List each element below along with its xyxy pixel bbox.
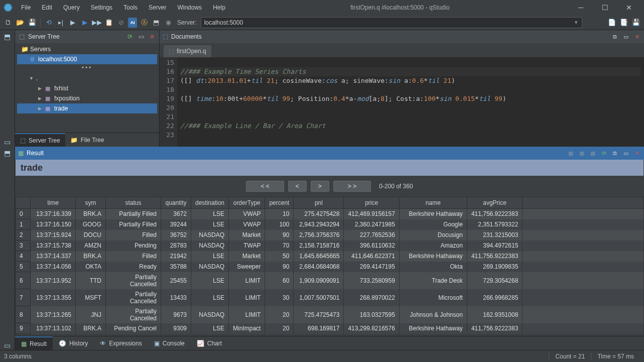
table-icon: ▦: [45, 95, 52, 102]
refresh-tree-icon[interactable]: ⟳: [126, 33, 134, 41]
table-row[interactable]: 613:37:13.952TTDPartially Cancelled25455…: [16, 272, 644, 289]
tree-root-servers[interactable]: 📁 Servers: [17, 44, 157, 54]
pager-last-button[interactable]: > >: [333, 181, 371, 192]
close-doc-icon[interactable]: ✕: [633, 33, 641, 41]
result-tool-3[interactable]: ▦: [589, 149, 597, 157]
server-combo[interactable]: localhost:5000 ▼: [201, 17, 582, 28]
save-icon[interactable]: 💾: [27, 18, 37, 28]
status-count: Count = 21: [549, 353, 591, 360]
refresh-icon[interactable]: ⟲: [44, 18, 54, 28]
tree-dot[interactable]: ▼ .: [17, 73, 157, 83]
titlebar: FileEditQuerySettingsToolsServerWindowsH…: [0, 0, 644, 15]
tree-label: fxposition: [54, 95, 80, 102]
table-row[interactable]: 513:37:14.056OKTAReady35788NASDAQSweeper…: [16, 262, 644, 272]
pager-info: 0-200 of 360: [379, 183, 413, 190]
tree-label: localhost:5000: [38, 56, 77, 63]
run-step-icon[interactable]: ▸|: [56, 18, 66, 28]
run-icon[interactable]: ▶: [68, 18, 78, 28]
status-time: Time = 57 ms: [591, 353, 640, 360]
tab-console[interactable]: ▣ Console: [148, 336, 191, 350]
result-close-icon[interactable]: ✕: [633, 149, 641, 157]
data-table[interactable]: timesymstatusquantitydestinationorderTyp…: [15, 197, 644, 336]
tab-history[interactable]: 🕘 History: [53, 336, 94, 350]
tab-firstopen[interactable]: ⬚ firstOpen.q: [164, 45, 211, 57]
table-row[interactable]: 313:37:15.738AMZNPending28783NASDAQTWAP7…: [16, 240, 644, 251]
result-minimize-icon[interactable]: ▭: [622, 149, 630, 157]
tab-label: firstOpen.q: [177, 48, 206, 55]
minimize-panel-icon[interactable]: ▭: [137, 33, 145, 41]
server-tree: 📁 Servers 🖥 localhost:5000 ••• ▼ . ▶ ▦ f…: [15, 43, 159, 133]
table-icon: ▦: [45, 85, 52, 92]
tab-result[interactable]: ▦ Result: [15, 336, 53, 350]
open-file-icon[interactable]: 📂: [15, 18, 25, 28]
tab-file-tree[interactable]: 📁 File Tree: [65, 133, 109, 147]
ai-icon[interactable]: AI: [128, 18, 137, 28]
eye-icon: 👁: [100, 340, 106, 347]
server-icon: 🖥: [29, 56, 36, 63]
table-row[interactable]: 413:37:14.337BRK.AFilled21942LSEMarket50…: [16, 251, 644, 262]
tree-table-fxposition[interactable]: ▶ ▦ fxposition: [17, 93, 157, 103]
folder-icon: 📁: [70, 137, 78, 144]
code-content[interactable]: //### Example Time Series Charts ([] dt:…: [177, 57, 644, 147]
copy-icon[interactable]: 📄: [607, 18, 617, 28]
pager-next-button[interactable]: >: [311, 181, 329, 192]
result-external-icon[interactable]: ⧉: [611, 149, 619, 157]
code-editor[interactable]: 151617181920212223 //### Example Time Se…: [160, 57, 644, 147]
export-icon[interactable]: ⬒: [151, 18, 161, 28]
tree-ellipsis[interactable]: •••: [17, 64, 157, 73]
close-button[interactable]: ✕: [618, 0, 640, 15]
server-label: Server:: [177, 19, 197, 26]
menu-query[interactable]: Query: [58, 2, 85, 13]
globe-icon[interactable]: ◉: [163, 18, 173, 28]
menu-tools[interactable]: Tools: [118, 2, 143, 13]
stop-icon[interactable]: ⊘: [116, 18, 126, 28]
rail-icon-4[interactable]: ▭: [3, 341, 12, 350]
result-tool-1[interactable]: ▦: [567, 149, 575, 157]
tab-label: Chart: [207, 340, 222, 347]
rail-icon-1[interactable]: ⬒: [3, 32, 12, 41]
tree-table-trade[interactable]: ▶ ▦ trade: [17, 103, 157, 113]
menu-help[interactable]: Help: [208, 2, 230, 13]
tree-table-fxhist[interactable]: ▶ ▦ fxhist: [17, 83, 157, 93]
table-row[interactable]: 113:37:16.150GOOGPartially Filled39244LS…: [16, 219, 644, 230]
rail-icon-2[interactable]: ▭: [3, 138, 12, 147]
left-rail: ⬒ ▭: [0, 30, 15, 147]
menu-settings[interactable]: Settings: [86, 2, 117, 13]
pager-prev-button[interactable]: <: [288, 181, 307, 192]
tab-chart[interactable]: 📈 Chart: [191, 336, 228, 350]
table-row[interactable]: 713:37:13.355MSFTPartially Cancelled1343…: [16, 289, 644, 306]
result-refresh-icon[interactable]: ⟳: [600, 149, 608, 157]
save-result-icon[interactable]: 💾: [631, 18, 641, 28]
result-tool-2[interactable]: ▦: [578, 149, 586, 157]
minimize-button[interactable]: ─: [570, 0, 592, 15]
format-icon[interactable]: Ⓐ: [139, 18, 149, 28]
external-icon[interactable]: ⧉: [611, 33, 619, 41]
new-file-icon[interactable]: 🗋: [3, 18, 13, 28]
close-panel-icon[interactable]: ✕: [148, 33, 156, 41]
table-row[interactable]: 913:37:13.102BRK.APending Cancel9309LSEM…: [16, 323, 644, 334]
clipboard-icon[interactable]: 📋: [104, 18, 114, 28]
tree-label: trade: [54, 105, 68, 112]
tab-expressions[interactable]: 👁 Expressions: [94, 336, 148, 350]
table-row[interactable]: 013:37:16.339BRK.APartially Filled3672LS…: [16, 209, 644, 219]
pager-first-button[interactable]: < <: [246, 181, 284, 192]
maximize-button[interactable]: ☐: [594, 0, 616, 15]
rail-icon-3[interactable]: ⬒: [3, 149, 12, 158]
menu-file[interactable]: File: [16, 2, 36, 13]
menu-bar: FileEditQuerySettingsToolsServerWindowsH…: [16, 2, 230, 13]
minimize-doc-icon[interactable]: ▭: [622, 33, 630, 41]
console-icon: ▣: [154, 340, 160, 347]
run-all-icon[interactable]: ▶▶: [92, 18, 102, 28]
menu-server[interactable]: Server: [144, 2, 171, 13]
table-row[interactable]: 213:37:15.924DOCUFilled36752NASDAQMarket…: [16, 230, 644, 240]
menu-edit[interactable]: Edit: [37, 2, 57, 13]
copy2-icon[interactable]: 📑: [619, 18, 629, 28]
table-row[interactable]: 813:37:13.265JNJPartially Cancelled9673N…: [16, 306, 644, 323]
tab-server-tree[interactable]: ⬚ Server Tree: [15, 133, 65, 147]
chevron-right-icon: ▶: [38, 86, 43, 91]
menu-windows[interactable]: Windows: [172, 2, 207, 13]
tree-server-localhost[interactable]: 🖥 localhost:5000: [17, 54, 157, 64]
tab-label: File Tree: [81, 137, 104, 144]
window-title: firstOpen.q #localhost:5000 - qStudio: [230, 4, 570, 11]
run-line-icon[interactable]: ▶: [80, 18, 90, 28]
